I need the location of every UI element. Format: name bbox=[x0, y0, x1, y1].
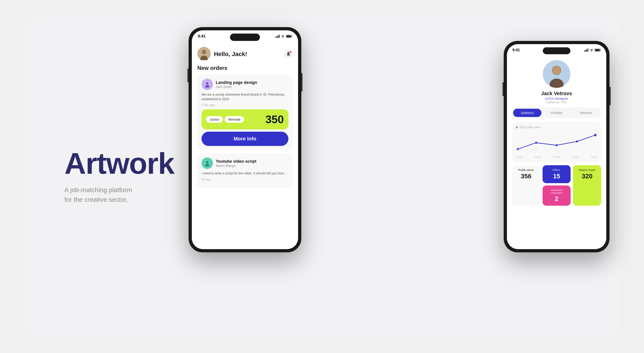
stat-search: Search result: 320 bbox=[573, 165, 601, 206]
date-4: 22 jun bbox=[572, 156, 579, 158]
line-chart bbox=[516, 131, 598, 154]
stats-card: 356 profile view bbox=[512, 122, 601, 162]
svg-rect-16 bbox=[588, 48, 588, 52]
svg-point-12 bbox=[205, 164, 209, 166]
job-icon-2 bbox=[202, 157, 213, 169]
job-author-1: Sam Smith bbox=[216, 85, 257, 89]
tab-reviews[interactable]: Reviews bbox=[572, 109, 600, 117]
job-title-2: Youtube video script bbox=[216, 159, 256, 164]
price-text-1: 350 bbox=[266, 113, 284, 126]
person-icon-1 bbox=[204, 81, 210, 87]
bottom-stats: Profile views: 356 Offers: 15 Interviews… bbox=[512, 165, 601, 206]
svg-point-7 bbox=[202, 50, 206, 54]
phone1-header: Hello, Jack! bbox=[197, 44, 292, 65]
svg-point-11 bbox=[206, 161, 208, 163]
job-author-2: Maren Mango bbox=[216, 164, 256, 168]
job-card-1-header: Landing page design Sam Smith bbox=[202, 79, 288, 90]
svg-point-30 bbox=[535, 142, 537, 144]
notification-dot bbox=[290, 51, 292, 53]
profile-views-value: 356 bbox=[515, 173, 538, 180]
status-time-1: 9:41 bbox=[198, 34, 206, 39]
job-time-2: 3h ago bbox=[202, 178, 288, 181]
stat-profile-views: Profile views: 356 bbox=[512, 165, 540, 206]
date-1: 19 jun bbox=[516, 156, 522, 158]
svg-rect-5 bbox=[286, 36, 291, 37]
chart-area bbox=[516, 131, 598, 154]
profile-views-label: Profile views: bbox=[515, 168, 538, 172]
stat-interviews: Interviews completed: 2 bbox=[542, 185, 571, 206]
chart-dates: 19 jun 20 jun 21 jun 22 jun 23 jun bbox=[516, 156, 598, 158]
job-info-2: Youtube video script Maren Mango bbox=[216, 159, 256, 168]
stat-offers: Offers: 15 bbox=[542, 165, 571, 183]
svg-rect-3 bbox=[279, 35, 280, 38]
svg-rect-18 bbox=[595, 49, 600, 51]
svg-rect-15 bbox=[586, 49, 587, 52]
greeting-text: Hello, Jack! bbox=[214, 50, 247, 58]
notification-bell[interactable] bbox=[284, 50, 292, 58]
phone-1: 9:41 bbox=[188, 27, 301, 252]
tab-portfolio[interactable]: Portfolio bbox=[542, 109, 571, 117]
more-info-button[interactable]: More info bbox=[202, 132, 288, 146]
phones-area: 9:41 bbox=[138, 16, 621, 337]
dynamic-island-1 bbox=[230, 33, 260, 41]
wifi-icon-2 bbox=[590, 48, 594, 52]
job-time-1: 1 day ago bbox=[202, 103, 288, 107]
job-card-2-header: Youtube video script Maren Mango bbox=[202, 157, 288, 169]
profile-photo bbox=[543, 60, 570, 88]
profile-section: Jack Vetrovs UX/UI designer California, … bbox=[512, 58, 601, 108]
date-2: 20 jun bbox=[534, 156, 542, 158]
job-card-1[interactable]: Landing page design Sam Smith We are a y… bbox=[197, 74, 292, 150]
date-3: 21 jun bbox=[553, 156, 560, 158]
user-avatar-1 bbox=[197, 47, 211, 60]
battery-icon-1 bbox=[286, 35, 292, 38]
phone-2-screen: 9:41 bbox=[507, 44, 606, 249]
svg-point-33 bbox=[594, 134, 596, 136]
dynamic-island-2 bbox=[543, 47, 570, 54]
profile-role: UX/UI designer bbox=[545, 96, 568, 100]
tag-junior[interactable]: Junior bbox=[206, 116, 223, 123]
svg-rect-0 bbox=[276, 36, 276, 38]
job-desc-1: We are a young streetwear brand based in… bbox=[202, 92, 288, 101]
job-icon-1 bbox=[202, 79, 213, 90]
stats-dot bbox=[516, 126, 518, 128]
svg-point-22 bbox=[552, 66, 561, 74]
profile-avatar bbox=[543, 60, 570, 88]
job-desc-2: I need to write a script for the video. … bbox=[202, 171, 288, 176]
job-title-1: Landing page design bbox=[216, 80, 257, 85]
svg-point-32 bbox=[576, 140, 578, 142]
job-info-1: Landing page design Sam Smith bbox=[216, 80, 257, 89]
tag-remote[interactable]: Remote bbox=[225, 116, 244, 123]
date-5: 23 jun bbox=[591, 156, 598, 158]
offers-value: 15 bbox=[545, 173, 568, 180]
chart-label: 356 profile view bbox=[519, 125, 540, 129]
svg-rect-1 bbox=[277, 36, 278, 38]
tags-1: Junior Remote bbox=[206, 116, 244, 123]
phone-2: 9:41 bbox=[504, 41, 610, 252]
profile-name: Jack Vetrovs bbox=[541, 90, 572, 96]
svg-rect-13 bbox=[584, 50, 585, 52]
middle-stats: Offers: 15 Interviews completed: 2 bbox=[542, 165, 571, 206]
interviews-label: Interviews completed: bbox=[545, 189, 568, 194]
svg-point-31 bbox=[556, 144, 557, 146]
phone1-content: Hello, Jack! New orders bbox=[192, 42, 298, 188]
offers-label: Offers: bbox=[545, 168, 568, 172]
green-card-1: Junior Remote 350 bbox=[202, 109, 288, 129]
person-icon-2 bbox=[204, 160, 210, 166]
new-orders-title: New orders bbox=[197, 65, 292, 71]
battery-icon-2 bbox=[595, 48, 601, 52]
wifi-icon-1 bbox=[281, 35, 285, 38]
signal-icon-1 bbox=[276, 35, 280, 38]
tab-statistics[interactable]: Statistics bbox=[513, 109, 542, 117]
svg-point-9 bbox=[206, 82, 208, 85]
svg-point-29 bbox=[517, 148, 519, 150]
search-label: Search result: bbox=[576, 168, 598, 172]
stats-label: 356 profile view bbox=[516, 125, 598, 129]
profile-location: California, USA bbox=[546, 100, 567, 104]
scene: Artwork A job-matching platform for the … bbox=[23, 16, 621, 337]
job-card-2[interactable]: Youtube video script Maren Mango I need … bbox=[197, 153, 292, 188]
svg-point-10 bbox=[205, 85, 209, 87]
phone-1-screen: 9:41 bbox=[192, 30, 298, 249]
tabs-row: Statistics Portfolio Reviews bbox=[512, 108, 601, 118]
status-time-2: 9:41 bbox=[512, 48, 520, 52]
signal-icon-2 bbox=[584, 48, 588, 52]
